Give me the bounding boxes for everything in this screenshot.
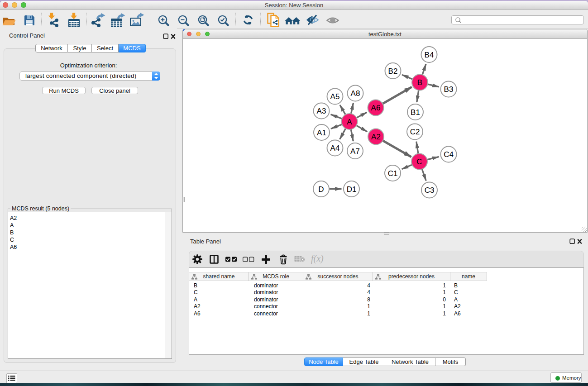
- svg-text:B4: B4: [425, 51, 434, 59]
- svg-text:A: A: [347, 118, 352, 126]
- svg-text:C3: C3: [425, 186, 435, 195]
- svg-text:D1: D1: [347, 185, 357, 194]
- svg-text:C1: C1: [388, 169, 398, 178]
- svg-text:A6: A6: [371, 104, 381, 112]
- svg-text:A1: A1: [317, 129, 326, 137]
- svg-text:A7: A7: [350, 147, 360, 156]
- svg-text:B3: B3: [444, 85, 454, 94]
- svg-text:A5: A5: [330, 92, 340, 101]
- svg-text:B1: B1: [411, 108, 420, 117]
- svg-text:A2: A2: [371, 133, 381, 141]
- svg-text:C: C: [416, 157, 422, 166]
- svg-text:B: B: [417, 78, 422, 87]
- svg-text:B2: B2: [388, 67, 398, 76]
- svg-text:A3: A3: [317, 107, 326, 115]
- svg-text:C2: C2: [410, 128, 420, 136]
- svg-text:C4: C4: [444, 150, 454, 159]
- svg-text:A4: A4: [330, 144, 340, 152]
- svg-text:A8: A8: [351, 89, 360, 98]
- svg-text:D: D: [318, 185, 324, 194]
